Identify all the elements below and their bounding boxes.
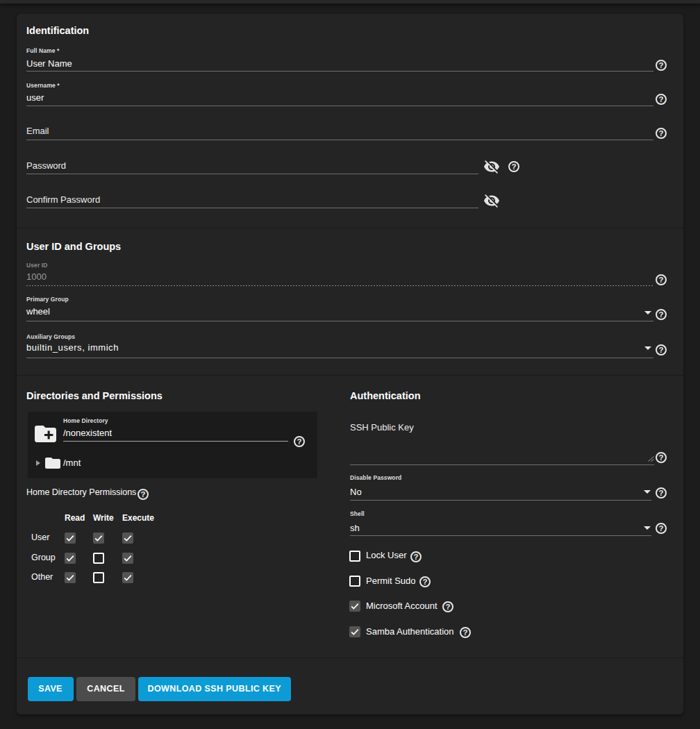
svg-text:?: ? [445, 603, 450, 611]
svg-text:?: ? [297, 437, 301, 446]
svg-text:?: ? [658, 95, 663, 103]
svg-text:?: ? [413, 553, 418, 561]
svg-text:?: ? [658, 489, 663, 497]
svg-text:?: ? [511, 162, 516, 171]
svg-text:?: ? [658, 129, 663, 137]
svg-text:?: ? [462, 628, 467, 637]
svg-text:?: ? [658, 346, 663, 354]
svg-text:?: ? [658, 524, 663, 533]
svg-text:?: ? [658, 310, 663, 319]
svg-text:?: ? [422, 578, 427, 586]
svg-text:?: ? [140, 490, 145, 498]
svg-text:?: ? [658, 276, 663, 284]
svg-text:?: ? [658, 453, 663, 462]
svg-text:?: ? [658, 61, 663, 69]
